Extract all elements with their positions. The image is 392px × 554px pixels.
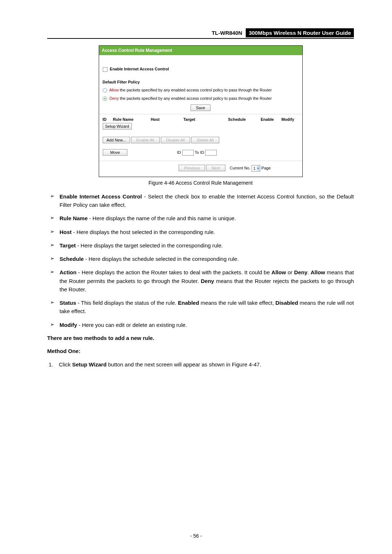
policy-heading: Default Filter Policy <box>103 80 299 84</box>
move-id-label: ID <box>177 150 181 155</box>
bullet-icon: ➢ <box>50 228 60 236</box>
add-new-button[interactable]: Add New... <box>103 137 130 143</box>
bullet-icon: ➢ <box>50 214 60 222</box>
bullet-icon: ➢ <box>50 192 60 200</box>
description-list: ➢ Enable Internet Access Control - Selec… <box>50 192 354 329</box>
radio-allow-rest: the packets specified by any enabled acc… <box>119 88 271 92</box>
header-model: TL-WR840N <box>209 29 244 37</box>
list-item: ➢ Schedule - Here displays the schedule … <box>50 255 354 263</box>
enable-iac-label: Enable Internet Access Control <box>110 67 169 71</box>
next-button[interactable]: Next <box>206 165 225 171</box>
bullet-icon: ➢ <box>50 255 60 263</box>
figure-access-control: Access Control Rule Management Enable In… <box>99 45 303 177</box>
methods-intro: There are two methods to add a new rule. <box>47 334 354 342</box>
move-id-input[interactable] <box>182 150 194 156</box>
list-item: ➢ Host - Here displays the host selected… <box>50 228 354 236</box>
current-no-label: Current No. <box>230 166 250 170</box>
header-title: 300Mbps Wireless N Router User Guide <box>246 28 354 37</box>
setup-wizard-button[interactable]: Setup Wizard <box>103 123 132 130</box>
col-modify: Modify <box>281 117 298 122</box>
radio-allow[interactable] <box>103 88 107 93</box>
col-host: Host <box>151 117 183 122</box>
list-item: ➢ Enable Internet Access Control - Selec… <box>50 192 354 209</box>
move-to-label: To ID <box>195 150 204 155</box>
move-button[interactable]: Move <box>103 149 128 156</box>
radio-deny[interactable] <box>103 97 107 101</box>
bullet-icon: ➢ <box>50 268 60 276</box>
list-item: ➢ Modify - Here you can edit or delete a… <box>50 321 354 329</box>
list-item: ➢ Action - Here displays the action the … <box>50 268 354 294</box>
col-id: ID <box>103 117 113 122</box>
col-rule-name: Rule Name <box>113 117 151 122</box>
move-to-input[interactable] <box>205 150 217 156</box>
delete-all-button[interactable]: Delete All <box>191 137 219 143</box>
radio-deny-prefix: Deny <box>110 96 119 100</box>
enable-all-button[interactable]: Enable All <box>131 137 160 143</box>
step-1: 1. Click Setup Wizard button and the nex… <box>49 361 354 369</box>
bullet-icon: ➢ <box>50 299 60 307</box>
list-item: ➢ Rule Name - Here displays the name of … <box>50 214 354 222</box>
page-label: Page <box>261 166 271 170</box>
current-no-dropdown[interactable]: 1 ▾ <box>252 165 260 172</box>
list-item: ➢ Status - This field displays the statu… <box>50 299 354 316</box>
figure-titlebar: Access Control Rule Management <box>99 46 302 55</box>
radio-allow-prefix: Allow <box>109 88 119 92</box>
current-no-value: 1 <box>253 166 256 171</box>
figure-caption: Figure 4-46 Access Control Rule Manageme… <box>47 180 354 186</box>
col-schedule: Schedule <box>228 117 261 122</box>
method-one-heading: Method One: <box>47 347 354 356</box>
bullet-icon: ➢ <box>50 321 60 329</box>
col-target: Target <box>183 117 228 122</box>
col-enable: Enable <box>261 117 281 122</box>
doc-header: TL-WR840N 300Mbps Wireless N Router User… <box>47 28 354 39</box>
radio-deny-rest: the packets specified by any enabled acc… <box>119 96 271 100</box>
list-item: ➢ Target - Here displays the target sele… <box>50 241 354 250</box>
previous-button[interactable]: Previous <box>179 165 205 171</box>
save-button[interactable]: Save <box>191 104 211 111</box>
rules-table-header: ID Rule Name Host Target Schedule Enable… <box>103 117 299 122</box>
bullet-icon: ➢ <box>50 241 60 249</box>
chevron-down-icon: ▾ <box>257 166 260 171</box>
page-number: - 56 - <box>0 533 392 539</box>
enable-iac-checkbox[interactable] <box>103 67 107 72</box>
disable-all-button[interactable]: Disable All <box>161 137 190 143</box>
